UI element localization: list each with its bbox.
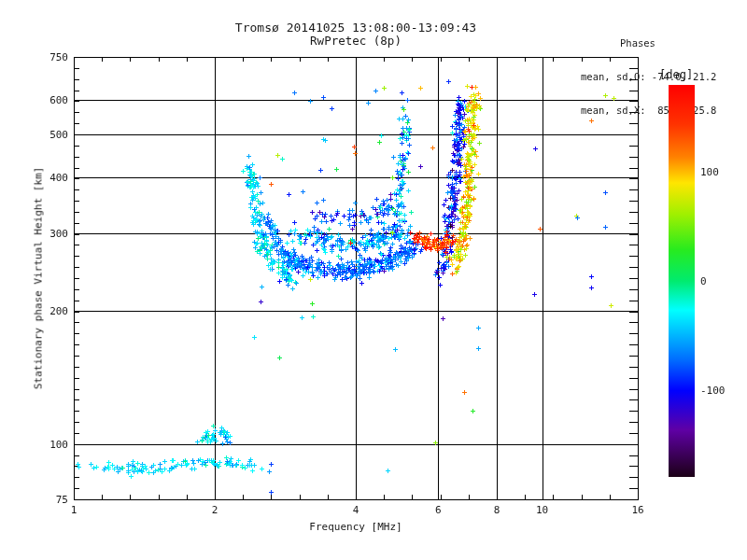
phase-stats: Phases mean, sd,O: -74.0, 21.2 mean, sd,…: [581, 15, 716, 138]
y-tick-label: 300: [27, 227, 68, 239]
y-tick-label: 600: [27, 93, 68, 105]
colorbar: [669, 85, 695, 477]
colorbar-tick-label: -100: [700, 384, 726, 396]
colorbar-tick-label: 100: [700, 166, 719, 178]
ionogram-figure: Tromsø 20141025 13:08:00-13:09:43 RwPret…: [0, 0, 747, 560]
stats-line-o: mean, sd,O: -74.0, 21.2: [581, 71, 716, 82]
chart-subtitle: RwPretec (8p): [310, 34, 402, 48]
y-tick-label: 500: [27, 129, 68, 141]
x-tick-label: 1: [71, 504, 78, 516]
stats-heading: Phases: [581, 37, 716, 49]
stats-line-x: mean, sd,X: 85.6, 25.8: [581, 105, 716, 116]
y-tick-label: 200: [27, 305, 68, 317]
x-tick-label: 16: [631, 504, 643, 516]
y-tick-label: 750: [27, 51, 68, 63]
chart-title: Tromsø 20141025 13:08:00-13:09:43: [235, 21, 476, 35]
y-tick-label: 400: [27, 172, 68, 184]
y-tick-label: 75: [27, 494, 68, 506]
x-tick-label: 10: [536, 504, 548, 516]
x-axis-title: Frequency [MHz]: [309, 521, 402, 533]
colorbar-label: [deg]: [659, 68, 693, 81]
y-tick-label: 100: [27, 438, 68, 450]
x-tick-label: 2: [212, 504, 218, 516]
y-axis-title: Stationary phase Virtual Height [km]: [33, 167, 45, 389]
x-tick-label: 6: [435, 504, 442, 516]
x-tick-label: 4: [353, 504, 359, 516]
colorbar-tick-label: 0: [700, 275, 707, 287]
x-tick-label: 8: [494, 504, 500, 516]
